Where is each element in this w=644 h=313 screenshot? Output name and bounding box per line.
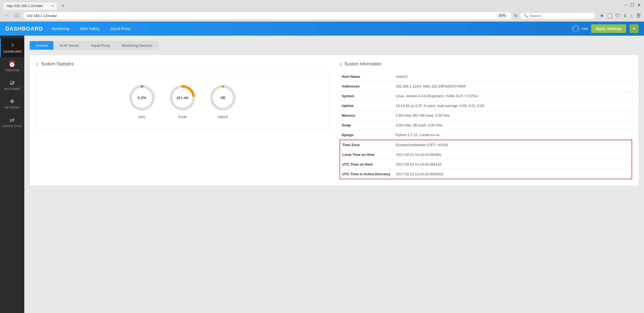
sidebar-item-dashboard[interactable]: ⍤ DASHBOARD (0, 38, 24, 57)
bookmark-list-button[interactable]: 📋 (607, 13, 613, 19)
bookmark-star-button[interactable]: ★ (600, 13, 604, 19)
header-right: 👤 root Apply Settings ▼ (572, 24, 639, 33)
shield-button[interactable]: 🛡 (615, 13, 620, 19)
two-column-layout: ⌂ System Statistics 0.0% (36, 62, 632, 179)
row-value: 192.168.1.12/24, fe80::20c:29ff:fe83:577… (394, 82, 632, 91)
table-row: Django Python 2.7.12, Locale en-us (340, 130, 632, 140)
menu-button[interactable]: ☰ (636, 13, 641, 19)
row-value: 14:14:33 up 2:37, 0 users, load average:… (394, 101, 632, 111)
maximize-button[interactable]: ☐ (630, 2, 634, 8)
svg-text:0.0%: 0.0% (138, 96, 146, 100)
tab-icap-server[interactable]: ICAP Server (54, 41, 85, 50)
sidebar-item-network[interactable]: ❖ NETWORK (0, 94, 24, 113)
toolbar-icons: ★ 📋 🛡 ⬇ ⌂ ☰ (600, 13, 641, 19)
apply-settings-button[interactable]: Apply Settings (591, 24, 626, 33)
row-value: node12 (394, 72, 632, 82)
browser-chrome: http://192.168.1.12/node/ × + − ☐ ✕ ← ⓘ … (0, 0, 644, 22)
row-value: 2017-03-22 13:14:34.094118 (394, 160, 632, 169)
config-sync-icon: ⇄ (10, 117, 15, 124)
highlighted-row: UTC Time in Active Directory 2017-03-22 … (340, 169, 632, 179)
tab-general[interactable]: General (30, 41, 53, 50)
row-label: Django (340, 130, 394, 140)
nav-squid-proxy[interactable]: Squid Proxy (108, 25, 133, 32)
nav-monitoring[interactable]: Monitoring (49, 25, 71, 32)
user-info: 👤 root (572, 25, 588, 33)
row-value: Europe/Amsterdam (CET, +0100) (394, 140, 632, 150)
ram-label: RAM (178, 115, 187, 119)
highlighted-row: Local Time on Host 2017-03-22 14:14:34.0… (340, 150, 632, 160)
row-label: Addresses (340, 82, 394, 91)
timezone-icon: ⏰ (8, 61, 16, 68)
search-icon: 🔍 (524, 14, 528, 18)
user-avatar: 👤 (572, 25, 580, 33)
row-value: 4.0G total, 0B used, 4.0G free (394, 120, 632, 130)
row-label: Swap (340, 120, 394, 130)
app-title: DASHBOARD (5, 26, 43, 32)
zoom-level: 80% (497, 13, 508, 18)
row-label: Memory (340, 111, 394, 120)
sidebar-item-config-sync[interactable]: ⇄ CONFIG SYNC (0, 113, 24, 132)
browser-addressbar: ← ⓘ 80% ↻ 🔍 ★ 📋 🛡 ⬇ ⌂ ☰ (0, 10, 644, 21)
content-card: ⌂ System Statistics 0.0% (30, 55, 639, 186)
row-label: Local Time on Host (340, 150, 394, 160)
nav-web-safety[interactable]: Web Safety (78, 25, 101, 32)
minimize-button[interactable]: − (625, 3, 627, 8)
stats-home-icon: ⌂ (36, 62, 39, 66)
search-input[interactable] (530, 14, 591, 18)
download-button[interactable]: ⬇ (623, 13, 627, 19)
row-label: Uptime (340, 101, 394, 111)
home-button[interactable]: ⌂ (630, 13, 633, 19)
address-input[interactable] (27, 14, 494, 18)
highlighted-row: UTC Time on Host 2017-03-22 13:14:34.094… (340, 160, 632, 169)
tab-close-button[interactable]: × (52, 4, 54, 8)
back-button[interactable]: ← (3, 12, 11, 19)
row-label: UTC Time on Host (340, 160, 394, 169)
sidebar-label-timezone: TIMEZONE (5, 69, 20, 72)
row-value: Python 2.7.12, Locale en-us (394, 130, 632, 140)
svg-text:857.4M: 857.4M (177, 96, 188, 100)
new-tab-button[interactable]: + (59, 2, 67, 10)
row-value: 2017-03-22 14:14:34.094091 (394, 150, 632, 160)
ram-gauge: 857.4M RAM (168, 83, 197, 119)
sidebar-item-hostname[interactable]: 🖳 HOSTNAME (0, 76, 24, 94)
close-button[interactable]: ✕ (637, 2, 641, 8)
ram-gauge-svg: 857.4M (168, 83, 197, 113)
window-controls: − ☐ ✕ (625, 2, 641, 9)
username: root (581, 26, 588, 31)
swap-gauge-svg: 0B (208, 83, 238, 113)
table-row: Uptime 14:14:33 up 2:37, 0 users, load a… (340, 101, 632, 111)
address-bar[interactable]: 80% (23, 12, 512, 20)
system-information-section: ⌂ System Information Host Name node12 Ad… (340, 62, 632, 179)
swap-gauge: 0B SWAP (208, 83, 238, 119)
swap-label: SWAP (218, 115, 228, 119)
reload-button[interactable]: ↻ (514, 13, 518, 18)
row-value: 2017-03-22 13:14:33.000000Z (394, 169, 632, 179)
system-statistics-title: ⌂ System Statistics (36, 62, 329, 66)
browser-tab[interactable]: http://192.168.1.12/node/ × (3, 2, 57, 10)
row-value: Linux, version 4.4.0-66-generic / 64bit,… (394, 91, 632, 101)
info-home-icon: ⌂ (340, 62, 342, 66)
info-button[interactable]: ⓘ (13, 12, 21, 19)
app-header: DASHBOARD Monitoring Web Safety Squid Pr… (0, 22, 644, 36)
search-bar[interactable]: 🔍 (520, 12, 595, 19)
tab-monitoring-daemon[interactable]: Monitoring Daemon (116, 41, 158, 50)
table-row: Addresses 192.168.1.12/24, fe80::20c:29f… (340, 82, 632, 91)
table-row: Host Name node12 (340, 72, 632, 82)
table-row: Memory 3.9G total, 857.4M used, 3.0G fre… (340, 111, 632, 120)
network-icon: ❖ (9, 98, 15, 105)
row-label: Host Name (340, 72, 394, 82)
gauges-container: 0.0% CPU 857.4M (36, 72, 329, 130)
system-information-title: ⌂ System Information (340, 62, 632, 66)
apply-settings-dropdown[interactable]: ▼ (629, 24, 639, 33)
table-row: Swap 4.0G total, 0B used, 4.0G free (340, 120, 632, 130)
table-row: System Linux, version 4.4.0-66-generic /… (340, 91, 632, 101)
row-value: 3.9G total, 857.4M used, 3.0G free (394, 111, 632, 120)
sidebar-label-network: NETWORK (5, 106, 20, 109)
tab-squid-proxy[interactable]: Squid Proxy (85, 41, 116, 50)
gauges: 0.0% CPU 857.4M (42, 78, 323, 124)
row-label: Time Zone (340, 140, 394, 150)
sidebar: ⍤ DASHBOARD ⏰ TIMEZONE 🖳 HOSTNAME ❖ NETW… (0, 36, 24, 313)
sidebar-item-timezone[interactable]: ⏰ TIMEZONE (0, 57, 24, 76)
row-label: UTC Time in Active Directory (340, 169, 394, 179)
highlighted-row: Time Zone Europe/Amsterdam (CET, +0100) (340, 140, 632, 150)
